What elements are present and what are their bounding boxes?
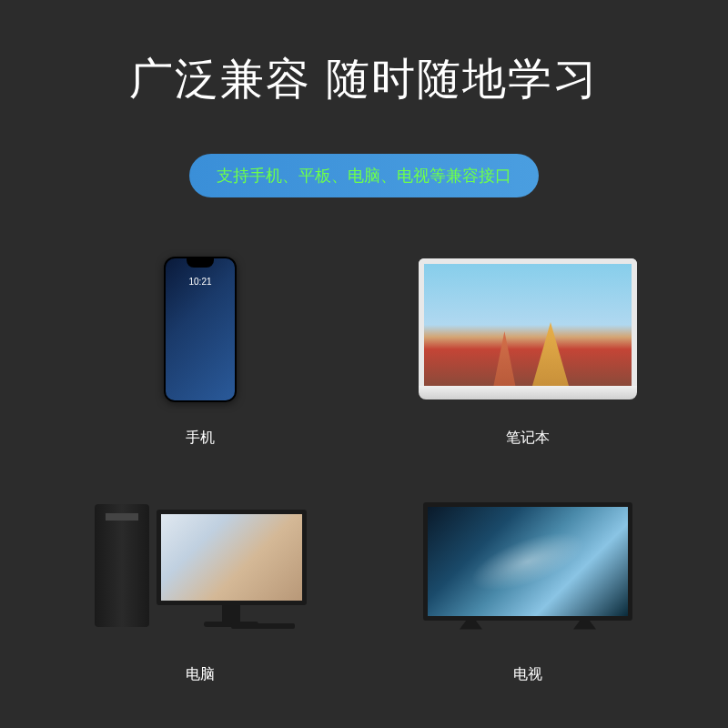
device-laptop: 笔记本 bbox=[373, 248, 682, 448]
tv-label: 电视 bbox=[513, 665, 542, 684]
desktop-label: 电脑 bbox=[186, 665, 215, 684]
tv-icon bbox=[423, 502, 632, 630]
subtitle-pill: 支持手机、平板、电脑、电视等兼容接口 bbox=[189, 154, 539, 197]
desktop-image bbox=[46, 484, 355, 647]
device-tv: 电视 bbox=[373, 484, 682, 684]
device-grid: 手机 笔记本 bbox=[46, 248, 682, 684]
main-container: 广泛兼容 随时随地学习 支持手机、平板、电脑、电视等兼容接口 手机 笔记本 bbox=[0, 0, 728, 728]
phone-label: 手机 bbox=[186, 429, 215, 448]
tv-stand bbox=[423, 621, 632, 630]
laptop-label: 笔记本 bbox=[506, 429, 550, 448]
monitor-screen bbox=[157, 510, 307, 605]
laptop-screen bbox=[419, 258, 637, 386]
keyboard-icon bbox=[231, 623, 295, 629]
device-desktop: 电脑 bbox=[46, 484, 355, 684]
tv-screen bbox=[423, 502, 632, 621]
laptop-base bbox=[419, 386, 637, 399]
device-phone: 手机 bbox=[46, 248, 355, 448]
monitor-stand bbox=[222, 605, 240, 622]
tv-leg-right bbox=[573, 621, 596, 630]
tv-image bbox=[373, 484, 682, 647]
laptop-icon bbox=[419, 258, 637, 399]
desktop-tower bbox=[95, 504, 149, 627]
phone-image bbox=[46, 248, 355, 410]
laptop-image bbox=[373, 248, 682, 410]
desktop-monitor bbox=[157, 510, 307, 627]
page-title: 广泛兼容 随时随地学习 bbox=[129, 50, 598, 108]
tv-leg-left bbox=[460, 621, 482, 630]
desktop-icon bbox=[95, 504, 307, 627]
phone-icon bbox=[164, 257, 237, 402]
